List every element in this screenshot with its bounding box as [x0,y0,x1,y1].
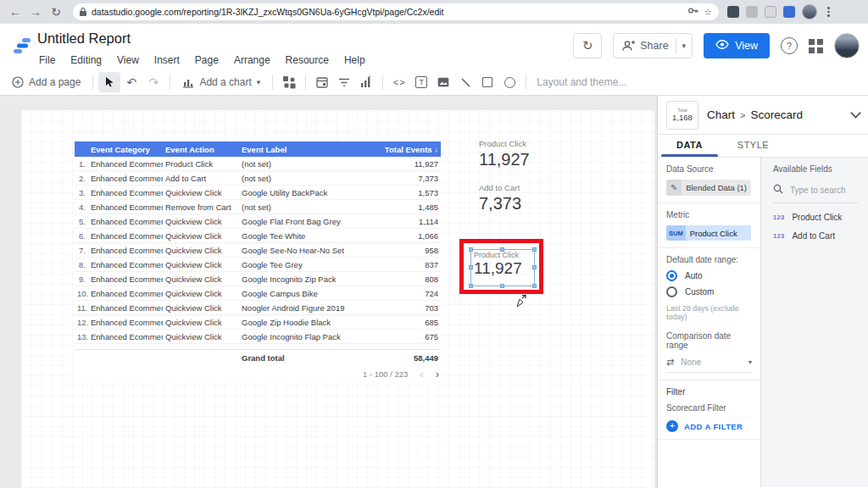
menu-help[interactable]: Help [344,54,365,66]
help-icon[interactable]: ? [781,37,798,54]
scorecard-selected[interactable]: Product Click 11,927 [474,251,522,278]
password-key-icon[interactable] [687,4,698,19]
page-prev-icon[interactable]: ‹ [420,368,423,380]
add-page-button[interactable]: Add a page [5,76,87,88]
extension-icon-2[interactable] [746,6,758,18]
selection-handle[interactable] [469,284,473,288]
undo-button[interactable]: ↶ [120,72,142,92]
metric-section: Metric SUM Product Click [658,203,760,248]
breadcrumb-separator: > [740,110,745,120]
menu-arrange[interactable]: Arrange [234,54,270,66]
numeric-field-icon: 123 [773,214,784,221]
date-range-auto-radio[interactable]: Auto [666,270,752,281]
date-range-control-icon[interactable] [311,72,333,92]
line-tool-icon[interactable] [454,72,476,92]
community-visualizations-icon[interactable] [278,72,300,92]
table-row: 7.Enhanced EcommerceQuickview ClickGoogl… [75,243,441,258]
browser-menu-icon[interactable] [824,5,833,19]
menu-page[interactable]: Page [195,54,219,66]
grand-total-row: Grand total 58,449 [75,349,441,365]
add-filter-button[interactable]: + ADD A FILTER [666,420,752,432]
metric-chip[interactable]: SUM Product Click [666,225,751,241]
circle-tool-icon[interactable] [498,72,520,92]
field-search-input[interactable] [790,186,858,195]
available-fields-panel: Available Fields 123Product Click123Add … [761,158,868,487]
filter-section: Filter Scorecard Filter + ADD A FILTER [658,380,760,440]
datastudio-logo-icon [12,36,32,59]
red-highlight-annotation: Product Click 11,927 [459,239,543,294]
bookmark-star-icon[interactable]: ☆ [704,7,712,18]
refresh-data-button[interactable]: ↻ [573,33,602,58]
menu-file[interactable]: File [39,54,55,66]
image-tool-icon[interactable] [432,72,454,92]
share-button[interactable]: Share ▾ [613,33,693,58]
properties-panel: Total 1,168 Chart > Scorecard DATA STYLE… [657,96,868,488]
browser-refresh-icon[interactable]: ↻ [46,5,66,19]
bar-chart-icon [182,77,194,88]
view-button[interactable]: View [704,33,770,58]
data-control-icon[interactable] [355,72,377,92]
extension-icon-1[interactable] [727,6,739,18]
pagination-range: 1 - 100 / 223 [363,369,408,379]
layout-and-theme-button[interactable]: Layout and theme... [537,76,626,88]
selection-handle[interactable] [532,265,537,269]
menu-insert[interactable]: Insert [154,54,180,66]
apps-grid-icon[interactable] [809,39,823,53]
url-text: datastudio.google.com/reporting/1R-3lKZJ… [92,7,444,17]
add-chart-button[interactable]: Add a chart ▾ [175,76,267,88]
table-pagination: 1 - 100 / 223 ‹ › [75,365,441,382]
menu-resource[interactable]: Resource [286,54,329,66]
report-title[interactable]: Untitled Report [37,30,131,47]
plus-circle-icon: + [666,420,678,432]
selection-handle[interactable] [532,284,537,288]
filter-control-icon[interactable] [333,72,355,92]
date-range-hint: Last 28 days (exclude today) [666,304,752,321]
extension-icon-4[interactable] [783,6,795,18]
rectangle-tool-icon[interactable] [476,72,498,92]
browser-toolbar: ← → ↻ datastudio.google.com/reporting/1R… [0,0,868,24]
field-item-add-to-cart[interactable]: 123Add to Cart [773,231,868,241]
text-tool-icon[interactable]: T [410,72,432,92]
numeric-field-icon: 123 [773,232,784,240]
table-chart[interactable]: Event Category Event Action Event Label … [75,141,441,382]
tab-data[interactable]: DATA [658,135,721,157]
user-avatar[interactable] [834,33,860,58]
pencil-icon[interactable]: ✎ [666,180,682,196]
scorecard-add-to-cart[interactable]: Add to Cart 7,373 [479,183,521,214]
view-label: View [735,40,758,52]
table-row: 11.Enhanced EcommerceQuickview ClickNoog… [75,301,441,315]
table-row: 12.Enhanced EcommerceQuickview ClickGoog… [75,315,441,330]
tab-style[interactable]: STYLE [721,135,785,157]
page-next-icon[interactable]: › [436,368,439,380]
browser-back-icon[interactable]: ← [5,5,25,19]
address-bar[interactable]: datastudio.google.com/reporting/1R-3lKZJ… [73,3,719,20]
browser-forward-icon[interactable]: → [25,5,46,19]
selection-handle[interactable] [532,247,537,252]
field-search[interactable] [773,182,858,203]
table-row-partial: ▔▔▔▔▔▔▔▔▔▔▔▔▔▔▔▔▔ [75,344,441,349]
browser-profile-avatar[interactable] [802,4,817,19]
extension-icon-3[interactable] [765,6,776,18]
person-add-icon [614,40,635,52]
data-source-chip[interactable]: ✎ Blended Data (1) [666,180,751,196]
eye-icon [715,40,729,52]
select-cursor-tool[interactable] [98,72,120,92]
selection-handle[interactable] [469,265,473,269]
table-row: 4.Enhanced EcommerceRemove from Cart(not… [75,200,441,214]
menu-editing[interactable]: Editing [70,54,102,66]
selection-handle[interactable] [469,247,473,252]
field-item-product-click[interactable]: 123Product Click [773,213,868,222]
date-range-custom-radio[interactable]: Custom [666,286,752,297]
selection-handle[interactable] [500,284,504,288]
table-row: 10.Enhanced EcommerceQuickview ClickGoog… [75,286,441,301]
mouse-cursor-icon [515,292,530,311]
field-list: 123Product Click123Add to Cart [773,213,868,241]
menu-view[interactable]: View [117,54,139,66]
comparison-date-dropdown[interactable]: ⇄ None ▾ [666,357,752,373]
redo-button[interactable]: ↷ [142,72,164,92]
share-caret-icon[interactable]: ▾ [676,42,693,50]
chart-type-breadcrumb[interactable]: Chart > Scorecard [707,108,803,121]
chevron-down-icon[interactable] [850,108,861,119]
scorecard-product-click[interactable]: Product Click 11,927 [479,139,530,169]
embed-code-icon[interactable]: <> [388,72,410,92]
